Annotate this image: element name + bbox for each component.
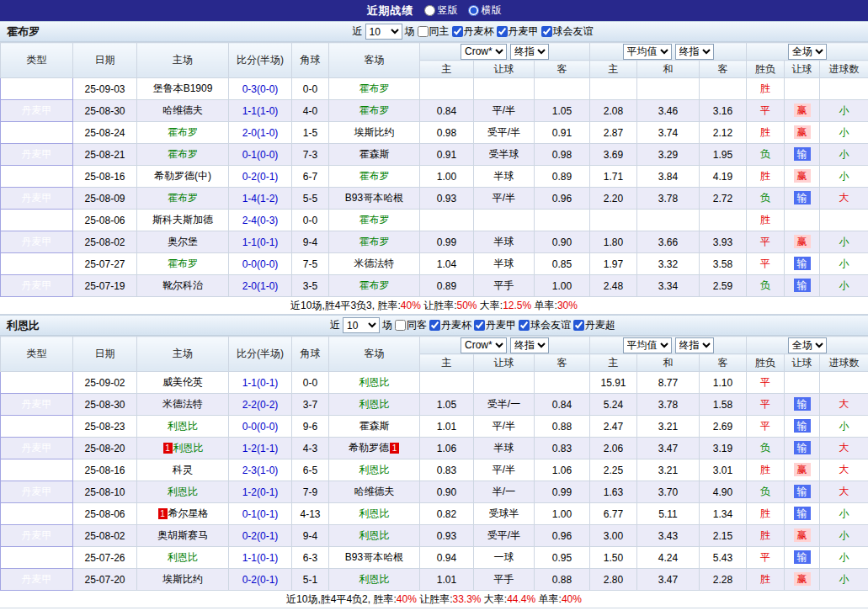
goals-cell: 小 <box>820 569 868 591</box>
avg-away-cell: 2.12 <box>700 122 747 144</box>
filter-label: 同客 <box>407 318 427 332</box>
avg-home-cell: 2.47 <box>590 416 637 438</box>
league-cell: 丹麦杯 <box>1 503 73 525</box>
goals-cell: 小 <box>820 275 868 297</box>
avg-draw-cell: 3.47 <box>637 438 700 459</box>
away-team-name: 利恩比 <box>359 529 390 541</box>
away-team-name: 利恩比 <box>359 573 390 585</box>
bookmaker-select[interactable]: Crow* <box>461 337 507 353</box>
corner-cell: 9-6 <box>292 416 329 438</box>
home-team-name: 科灵 <box>173 464 193 475</box>
avg-away-cell: 3.19 <box>700 438 747 459</box>
final-index-select[interactable]: 终指 <box>675 337 714 353</box>
final-index-select[interactable]: 终指 <box>510 44 549 60</box>
odds-away-cell: 0.91 <box>535 122 590 144</box>
column-header: 客场 <box>329 43 420 78</box>
average-odds-select[interactable]: 平均值 <box>623 44 672 60</box>
bookmaker-select[interactable]: Crow* <box>461 44 507 60</box>
match-scope-select[interactable]: 全场 <box>788 44 827 60</box>
avg-draw-cell: 3.78 <box>637 188 700 210</box>
goals-cell: 小 <box>820 144 868 166</box>
avg-home-cell: 2.25 <box>590 459 637 481</box>
avg-home-cell: 2.87 <box>590 122 637 144</box>
filter-checkbox[interactable] <box>573 320 584 331</box>
filter-checkbox[interactable] <box>474 320 485 331</box>
subcolumn-header: 让球 <box>785 354 820 372</box>
handicap-result-tag: 输 <box>794 191 811 204</box>
recent-results-page: 近期战绩 竖版 横版 霍布罗近10场同主丹麦杯丹麦甲球会友谊类型日期主场比分(半… <box>0 0 868 608</box>
filter-checkbox[interactable] <box>497 26 508 37</box>
odds-away-cell: 0.96 <box>535 188 590 210</box>
filter-checkbox[interactable] <box>452 26 463 37</box>
filter-checkbox[interactable] <box>429 320 440 331</box>
odds-home-cell: 0.83 <box>420 459 474 481</box>
filter-option[interactable]: 球会友谊 <box>519 318 571 332</box>
filter-label: 同主 <box>429 24 450 39</box>
handicap-cell: 平/半 <box>474 100 535 122</box>
team-section: 利恩比近10场同客丹麦杯丹麦甲球会友谊丹麦超类型日期主场比分(半场)角球客场Cr… <box>0 315 868 608</box>
away-team-name: 埃斯比约 <box>354 126 395 138</box>
match-scope-select[interactable]: 全场 <box>788 337 827 353</box>
match-row: 丹麦甲25-07-20埃斯比约0-2(0-1)5-1利恩比1.01平手0.882… <box>1 569 868 591</box>
final-index-select[interactable]: 终指 <box>510 337 549 353</box>
filter-option[interactable]: 同客 <box>395 318 427 332</box>
avg-draw-cell: 3.32 <box>637 253 700 275</box>
horizontal-layout-radio[interactable] <box>468 5 479 16</box>
average-odds-select[interactable]: 平均值 <box>623 337 672 353</box>
column-header: 角球 <box>292 43 329 78</box>
filter-option[interactable]: 丹麦杯 <box>452 24 494 39</box>
result-cell: 胜 <box>747 166 785 188</box>
vertical-layout-radio[interactable] <box>424 5 435 16</box>
handicap-cell: 受半/一 <box>474 394 535 416</box>
avg-away-cell: 4.90 <box>700 481 747 503</box>
match-row: 丹麦甲25-07-26利恩比1-1(0-1)6-3B93哥本哈根0.94一球0.… <box>1 547 868 569</box>
odds-away-cell: 0.88 <box>535 416 590 438</box>
away-team-cell: B93哥本哈根 <box>329 547 420 569</box>
handicap-result-tag: 输 <box>794 441 811 454</box>
filter-checkbox[interactable] <box>519 320 530 331</box>
odds-group-header: 平均值终指 <box>590 337 747 354</box>
home-team-name: 霍布罗 <box>168 148 198 160</box>
layout-horizontal-option[interactable]: 横版 <box>468 3 502 18</box>
goals-cell: 小 <box>820 122 868 144</box>
summary-text: 让胜率: <box>417 592 453 607</box>
subcolumn-header: 和 <box>637 354 700 372</box>
summary-text: 30% <box>557 300 578 311</box>
filter-option[interactable]: 丹麦甲 <box>474 318 516 332</box>
filter-option[interactable]: 球会友谊 <box>541 24 594 39</box>
filter-option[interactable]: 丹麦甲 <box>497 24 539 39</box>
league-cell: 丹麦甲 <box>1 525 73 547</box>
goals-cell: 小 <box>820 253 868 275</box>
filter-checkbox[interactable] <box>418 26 429 37</box>
handicap-result-tag: 输 <box>794 550 811 564</box>
avg-away-cell: 3.16 <box>700 100 747 122</box>
filter-option[interactable]: 丹麦超 <box>573 318 615 332</box>
odds-home-cell: 0.93 <box>420 188 474 210</box>
record-summary: 近10场,胜4平3负3, 胜率:40% 让胜率:50% 大率:12.5% 单率:… <box>0 297 868 315</box>
filter-option[interactable]: 丹麦杯 <box>429 318 471 332</box>
handicap-result-cell: 赢 <box>785 166 820 188</box>
layout-vertical-option[interactable]: 竖版 <box>424 3 458 18</box>
column-header: 客场 <box>329 337 420 372</box>
odds-away-cell: 0.96 <box>535 525 590 547</box>
summary-text: 40% <box>397 593 417 605</box>
filter-option[interactable]: 同主 <box>418 24 450 39</box>
result-cell: 胜 <box>747 122 785 144</box>
avg-draw-cell <box>637 210 700 231</box>
away-team-cell: 埃斯比约 <box>329 122 420 144</box>
avg-draw-cell: 5.11 <box>637 503 700 525</box>
away-team-cell: 利恩比 <box>329 459 420 481</box>
goals-cell: 大 <box>820 438 868 459</box>
match-row: 丹麦杯25-08-06斯科夫斯加德2-4(0-3)0-0霍布罗胜 <box>1 210 868 231</box>
match-count-select[interactable]: 10 <box>365 24 402 40</box>
filter-checkbox[interactable] <box>541 26 552 37</box>
subcolumn-header: 进球数 <box>820 354 868 372</box>
avg-draw-cell: 3.66 <box>637 231 700 253</box>
final-index-select[interactable]: 终指 <box>675 44 714 60</box>
league-cell: 丹麦甲 <box>1 231 73 253</box>
filter-checkbox[interactable] <box>395 320 406 331</box>
home-team-cell: 霍布罗 <box>137 188 229 210</box>
match-count-select[interactable]: 10 <box>343 317 380 333</box>
handicap-result-cell: 输 <box>785 547 820 569</box>
league-cell: 丹麦甲 <box>1 569 73 591</box>
